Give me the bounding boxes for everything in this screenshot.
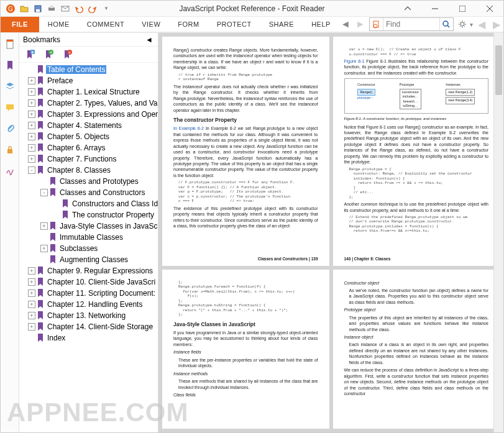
figure-8-1-diagram: ConstructorRange()prototype→ Prototypeco… (344, 78, 489, 114)
page-142: Constructor object As we've noted, the c… (333, 270, 500, 429)
tab-file[interactable]: FILE (1, 16, 39, 32)
foxit-logo-icon[interactable]: G (4, 2, 17, 15)
bookmark-label: Chapter 13. Networking (46, 311, 127, 320)
delete-bookmark-icon[interactable]: × (62, 49, 73, 60)
print-icon[interactable] (45, 2, 58, 15)
bookmark-item[interactable]: +Chapter 13. Networking (19, 310, 158, 321)
expand-toggle[interactable]: - (28, 166, 35, 174)
save-icon[interactable] (32, 2, 44, 15)
svg-rect-8 (459, 6, 465, 12)
signatures-panel-icon[interactable] (4, 165, 16, 177)
bookmark-item[interactable]: +Chapter 5. Objects (19, 131, 158, 142)
expand-toggle[interactable]: + (28, 111, 35, 118)
bookmark-item[interactable]: Classes and Prototypes (19, 176, 158, 187)
expand-bookmark-icon[interactable]: ▸ (24, 49, 35, 60)
qat-dropdown-icon[interactable]: ▼ (100, 2, 112, 15)
tab-help[interactable]: HELP (303, 16, 339, 32)
bookmark-label: Chapter 8. Classes (46, 166, 112, 175)
bookmark-item[interactable]: +Chapter 4. Statements (19, 120, 158, 131)
redo-icon[interactable] (86, 2, 99, 15)
bookmark-item[interactable]: Augmenting Classes (19, 254, 158, 265)
bookmark-item[interactable]: Table of Contents (19, 64, 158, 75)
expand-toggle[interactable]: + (28, 312, 35, 319)
expand-toggle[interactable]: + (28, 133, 35, 140)
expand-toggle[interactable]: + (28, 301, 35, 308)
document-area[interactable]: Range() constructor creates Range object… (158, 33, 503, 432)
bookmark-item[interactable]: +Preface (19, 75, 158, 86)
bookmark-item[interactable]: +Chapter 3. Expressions and Oper (19, 109, 158, 120)
comments-panel-icon[interactable] (4, 101, 16, 114)
expand-toggle[interactable]: + (40, 222, 48, 230)
title-bar: G ▼ JavaScript Pocket Reference - Foxit … (1, 1, 503, 17)
vertical-scrollbar[interactable] (493, 33, 503, 432)
attachments-panel-icon[interactable] (4, 122, 16, 135)
tab-home[interactable]: HOME (39, 16, 78, 32)
undo-icon[interactable] (73, 2, 85, 15)
collapse-panel-icon[interactable]: ◄ (144, 35, 154, 45)
minimize-button[interactable] (421, 1, 449, 17)
bookmark-item[interactable]: +Chapter 2. Types, Values, and Va (19, 98, 158, 109)
nav-fwd-icon[interactable]: ▶ (490, 18, 503, 30)
close-button[interactable] (476, 1, 503, 17)
nav-back-icon[interactable]: ◀ (475, 18, 488, 30)
expand-toggle[interactable]: + (28, 267, 35, 275)
bookmark-item[interactable]: +Chapter 14. Client-Side Storage (19, 321, 158, 332)
ribbon-toggle-icon[interactable] (394, 1, 421, 17)
tab-view[interactable]: VIEW (133, 16, 169, 32)
tab-share[interactable]: SHARE (260, 16, 303, 32)
bookmark-item[interactable]: +Chapter 1. Lexical Structure (19, 86, 158, 98)
layers-panel-icon[interactable] (4, 80, 16, 93)
security-panel-icon[interactable] (4, 144, 16, 156)
find-input[interactable] (383, 20, 439, 29)
bookmark-item[interactable]: The constructor Property (19, 209, 158, 221)
bookmark-item[interactable]: +Chapter 10. Client-Side JavaScri (19, 276, 158, 288)
pages-panel-icon[interactable] (4, 38, 16, 50)
expand-toggle[interactable]: + (28, 155, 35, 163)
scroll-thumb[interactable] (495, 45, 502, 95)
expand-toggle[interactable]: - (40, 189, 48, 196)
bookmark-item[interactable]: Immutable Classes (19, 232, 158, 243)
bookmark-item[interactable]: +Chapter 7. Functions (19, 153, 158, 165)
svg-line-14 (447, 25, 449, 27)
next-view-button[interactable]: ► (354, 18, 367, 30)
bookmark-label: Java-Style Classes in JavaScrip (58, 222, 158, 230)
tab-form[interactable]: FORM (169, 16, 208, 32)
bookmark-item[interactable]: Constructors and Class Ide (19, 198, 158, 209)
maximize-button[interactable] (449, 1, 476, 17)
tab-comment[interactable]: COMMENT (78, 16, 133, 32)
expand-toggle[interactable]: + (28, 122, 35, 129)
find-go-button[interactable] (439, 18, 453, 30)
bookmark-item[interactable]: -Classes and Constructors (19, 187, 158, 198)
open-icon[interactable] (18, 2, 30, 15)
prev-view-button[interactable]: ◄ (339, 18, 352, 30)
expand-toggle[interactable]: + (28, 289, 35, 297)
settings-gear-icon[interactable] (456, 18, 469, 30)
bookmarks-panel-icon[interactable] (4, 59, 16, 71)
bookmark-item[interactable]: +Chapter 12. Handling Events (19, 299, 158, 310)
find-tool-icon[interactable] (370, 18, 383, 30)
bookmark-item[interactable]: +Chapter 6. Arrays (19, 142, 158, 153)
bookmark-icon (49, 177, 57, 186)
bookmarks-tree[interactable]: Table of Contents+Preface+Chapter 1. Lex… (19, 63, 158, 432)
bookmark-icon (37, 121, 44, 130)
bookmark-item[interactable]: -Chapter 8. Classes (19, 165, 158, 176)
email-icon[interactable] (59, 2, 71, 15)
expand-toggle[interactable]: + (28, 144, 35, 152)
bookmark-item[interactable]: +Subclasses (19, 243, 158, 254)
expand-toggle[interactable]: + (28, 88, 35, 96)
tab-protect[interactable]: PROTECT (208, 16, 260, 32)
svg-point-13 (443, 21, 448, 26)
bookmark-item[interactable]: +Java-Style Classes in JavaScrip (19, 221, 158, 232)
expand-toggle[interactable]: + (28, 77, 35, 84)
bookmark-item[interactable]: +Chapter 11. Scripting Document: (19, 288, 158, 299)
bookmark-icon (37, 88, 44, 96)
bookmark-label: Classes and Constructors (58, 188, 146, 197)
expand-toggle[interactable]: + (28, 278, 35, 286)
expand-toggle[interactable]: + (28, 323, 35, 330)
bookmark-item[interactable]: Index (19, 332, 158, 344)
expand-toggle[interactable]: + (28, 99, 35, 107)
expand-toggle[interactable]: + (40, 245, 48, 252)
new-bookmark-icon[interactable]: + (43, 49, 54, 60)
bookmark-item[interactable]: +Chapter 9. Regular Expressions (19, 265, 158, 276)
bookmark-icon (37, 110, 44, 119)
